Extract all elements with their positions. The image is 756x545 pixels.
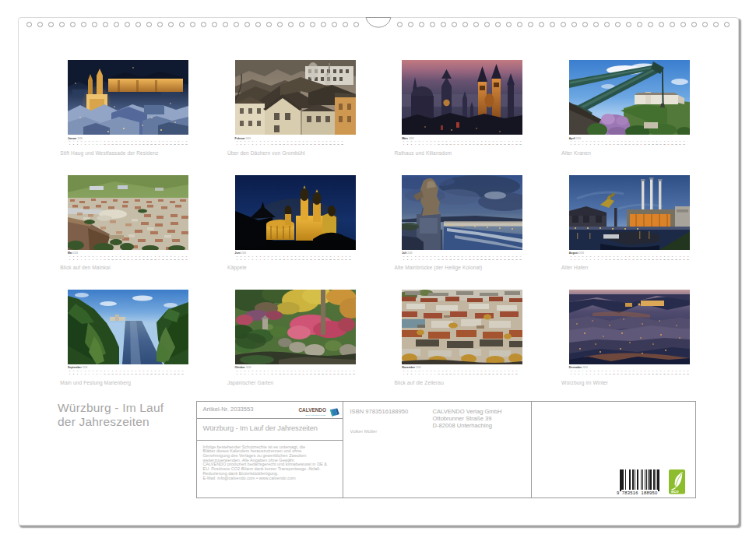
svg-text:F: F bbox=[124, 255, 125, 257]
svg-text:20: 20 bbox=[142, 258, 145, 259]
svg-text:M: M bbox=[679, 140, 680, 142]
svg-text:6: 6 bbox=[423, 373, 424, 374]
svg-text:D: D bbox=[438, 370, 440, 371]
svg-text:M: M bbox=[174, 140, 176, 142]
svg-text:S: S bbox=[446, 255, 448, 257]
svg-text:S: S bbox=[116, 370, 118, 371]
svg-text:D: D bbox=[120, 255, 121, 257]
svg-text:M: M bbox=[135, 255, 137, 257]
svg-text:D: D bbox=[294, 255, 296, 257]
svg-text:D: D bbox=[251, 140, 253, 142]
svg-text:26: 26 bbox=[500, 373, 502, 374]
svg-text:6: 6 bbox=[89, 373, 90, 374]
svg-text:S: S bbox=[77, 140, 79, 142]
svg-text:S: S bbox=[302, 370, 304, 371]
svg-text:28: 28 bbox=[675, 143, 677, 145]
svg-text:F: F bbox=[505, 140, 506, 142]
svg-text:31: 31 bbox=[185, 143, 188, 145]
svg-text:12: 12 bbox=[279, 373, 281, 374]
svg-text:3: 3 bbox=[77, 143, 79, 145]
svg-text:30: 30 bbox=[181, 373, 184, 374]
svg-text:M: M bbox=[442, 370, 444, 371]
svg-text:22: 22 bbox=[318, 143, 320, 145]
svg-text:17: 17 bbox=[632, 258, 635, 259]
svg-text:17: 17 bbox=[298, 258, 301, 259]
svg-text:12: 12 bbox=[613, 373, 615, 374]
svg-text:M: M bbox=[345, 255, 346, 257]
svg-text:9: 9 bbox=[602, 143, 603, 145]
svg-text:5: 5 bbox=[251, 373, 253, 374]
svg-text:13: 13 bbox=[283, 373, 285, 374]
svg-text:7: 7 bbox=[427, 373, 428, 374]
svg-text:3: 3 bbox=[244, 143, 245, 145]
svg-text:M: M bbox=[489, 370, 491, 371]
svg-text:F: F bbox=[411, 255, 413, 257]
svg-text:M: M bbox=[574, 370, 575, 371]
svg-text:4: 4 bbox=[81, 373, 83, 374]
svg-text:S: S bbox=[442, 255, 444, 257]
svg-text:D: D bbox=[244, 140, 245, 142]
svg-text:24: 24 bbox=[325, 143, 328, 145]
svg-text:F: F bbox=[578, 140, 580, 142]
svg-text:14: 14 bbox=[453, 373, 455, 374]
svg-text:S: S bbox=[271, 370, 273, 371]
svg-text:D: D bbox=[446, 370, 448, 371]
svg-text:D: D bbox=[132, 370, 133, 371]
svg-text:19: 19 bbox=[139, 143, 141, 145]
svg-text:16: 16 bbox=[127, 373, 129, 374]
svg-text:D: D bbox=[411, 140, 413, 142]
svg-text:CALVENDO: CALVENDO bbox=[298, 407, 325, 413]
svg-text:6: 6 bbox=[89, 143, 90, 145]
svg-text:M: M bbox=[578, 255, 579, 257]
svg-text:M: M bbox=[128, 370, 129, 371]
svg-text:14: 14 bbox=[287, 373, 289, 374]
svg-text:8: 8 bbox=[263, 143, 265, 145]
svg-text:D: D bbox=[159, 370, 160, 371]
svg-text:F: F bbox=[606, 140, 607, 142]
svg-text:D: D bbox=[275, 255, 276, 257]
svg-text:21: 21 bbox=[480, 258, 483, 259]
svg-text:30: 30 bbox=[683, 258, 685, 259]
svg-text:S: S bbox=[481, 370, 483, 371]
svg-text:28: 28 bbox=[174, 143, 176, 145]
svg-text:D: D bbox=[644, 255, 645, 257]
svg-text:S: S bbox=[108, 140, 110, 142]
svg-text:28: 28 bbox=[675, 258, 677, 259]
svg-text:F: F bbox=[477, 140, 479, 142]
svg-text:28: 28 bbox=[508, 373, 510, 374]
svg-text:7: 7 bbox=[93, 143, 94, 145]
svg-text:12: 12 bbox=[613, 258, 615, 259]
svg-text:10: 10 bbox=[104, 143, 106, 145]
svg-text:3: 3 bbox=[411, 258, 413, 259]
svg-text:M: M bbox=[89, 255, 90, 257]
svg-text:S: S bbox=[112, 370, 114, 371]
svg-text:D: D bbox=[427, 255, 428, 257]
svg-text:F: F bbox=[283, 140, 284, 142]
svg-text:16: 16 bbox=[127, 143, 129, 145]
svg-text:D: D bbox=[349, 255, 350, 257]
svg-text:M: M bbox=[617, 140, 618, 142]
svg-text:M: M bbox=[403, 255, 405, 257]
svg-text:S: S bbox=[353, 370, 354, 371]
svg-text:D: D bbox=[462, 255, 463, 257]
svg-text:22: 22 bbox=[150, 258, 153, 259]
svg-text:D: D bbox=[434, 255, 436, 257]
svg-text:S: S bbox=[341, 255, 343, 257]
svg-text:M: M bbox=[143, 255, 145, 257]
svg-text:30: 30 bbox=[349, 373, 351, 374]
svg-text:2: 2 bbox=[407, 373, 409, 374]
svg-text:M: M bbox=[147, 370, 149, 371]
svg-text:S: S bbox=[159, 255, 160, 257]
svg-text:17: 17 bbox=[632, 143, 635, 145]
svg-text:D: D bbox=[493, 140, 494, 142]
svg-text:17: 17 bbox=[131, 258, 133, 259]
svg-text:9: 9 bbox=[267, 373, 269, 374]
svg-text:M: M bbox=[251, 370, 253, 371]
svg-text:M: M bbox=[434, 370, 436, 371]
svg-text:4: 4 bbox=[81, 143, 83, 145]
svg-text:S: S bbox=[135, 140, 137, 142]
svg-text:M: M bbox=[458, 255, 459, 257]
svg-text:8: 8 bbox=[598, 373, 600, 374]
svg-text:D: D bbox=[679, 370, 680, 371]
svg-text:S: S bbox=[427, 140, 428, 142]
